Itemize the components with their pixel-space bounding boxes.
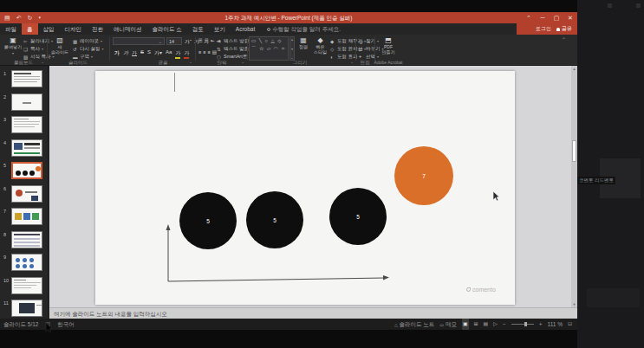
tab-Acrobat[interactable]: Acrobat [231, 23, 260, 35]
slide-thumbnail-3[interactable] [11, 116, 42, 133]
clipboard-dialog-launcher-icon[interactable]: ⌄ [41, 59, 44, 64]
notes-area[interactable]: 여기에 슬라이드 노트의 내용을 입력하십시오 [49, 307, 577, 319]
collapse-ribbon-icon[interactable]: ⌃ [562, 36, 566, 42]
tab-디자인[interactable]: 디자인 [60, 23, 88, 35]
comments-toggle-button[interactable]: ▭ 메모 [439, 319, 457, 331]
slides-layout[interactable]: ▦레이아웃▾ [73, 38, 104, 44]
align-text-icon: ⇅ [217, 47, 222, 52]
font-name-combo[interactable]: ⌄ [113, 37, 165, 45]
zoom-level[interactable]: 111 % [548, 319, 563, 330]
powerpoint-window: ▤ ↶ ↻ ▾ 1주차 과제 예시안변 - PowerPoint (제품 인증 … [0, 12, 577, 330]
share-button[interactable]: 공유 [556, 25, 572, 33]
zoom-out-icon[interactable]: − [503, 319, 506, 330]
slide-thumbnail-2[interactable] [11, 93, 42, 111]
shapes-gallery-scroll[interactable]: ▴▾⌄ [289, 36, 295, 61]
maximize-button[interactable]: ▢ [550, 12, 563, 23]
arrange-button[interactable]: ▦ 정렬 [296, 36, 311, 59]
reading-view-button[interactable]: ▤ [484, 319, 489, 330]
zoom-in-icon[interactable]: + [539, 319, 543, 330]
font-dialog-launcher-icon[interactable]: ⌄ [189, 59, 192, 64]
overlay-panel [587, 288, 640, 307]
circle-value: 5 [356, 214, 360, 220]
signin-button[interactable]: 로그인 [536, 25, 551, 33]
italic-icon[interactable]: 가 [123, 49, 128, 59]
numbering-icon[interactable]: ☰ [205, 38, 209, 43]
grow-font-icon[interactable]: 가ˆ [185, 38, 192, 46]
slide-canvas[interactable]: comento 5557 [95, 71, 515, 305]
slide-thumbnail-10[interactable] [11, 277, 42, 294]
window-title: 1주차 과제 예시안변 - PowerPoint (제품 인증 실패) [0, 12, 577, 23]
language-indicator[interactable]: 한국어 [57, 319, 75, 330]
shapes-gallery[interactable]: ▭ ╲ ○ △ ◇ ⌒ ☆ ▱ ◠ ✧ [249, 36, 289, 61]
group-label-drawing: 그리기 [293, 60, 308, 66]
new-slide-button[interactable]: ▧ 새 슬라이드 [49, 36, 70, 59]
thumbnail-number: 4 [3, 140, 6, 145]
drawing-dialog-launcher-icon[interactable]: ⌄ [350, 59, 354, 64]
slides-reset[interactable]: ↺다시 설정▾ [73, 46, 104, 52]
slide-thumbnail-11[interactable] [11, 300, 42, 317]
reset-icon: ↺ [73, 47, 78, 52]
zoom-slider[interactable] [511, 324, 534, 325]
tab-전환[interactable]: 전환 [87, 23, 108, 35]
circle-shape-3[interactable]: 5 [329, 188, 387, 245]
zoom-slider-thumb[interactable] [524, 322, 527, 326]
slide-sorter-view-button[interactable]: ⊞ [474, 319, 478, 330]
strikethrough-icon[interactable]: S [140, 49, 144, 59]
thumbnail-number: 6 [3, 186, 6, 191]
axis-shape[interactable] [95, 71, 515, 305]
font-size-combo[interactable]: 14 [166, 37, 182, 45]
slide-thumbnail-7[interactable] [11, 208, 42, 225]
font-color-icon[interactable]: 가 [184, 49, 189, 59]
create-pdf-button[interactable]: ⬒ PDF 만들기 [378, 36, 399, 59]
thumbnail-number: 10 [3, 278, 9, 283]
close-button[interactable]: ✕ [563, 12, 577, 23]
slideshow-button[interactable]: ▷ [493, 319, 498, 330]
slides-section[interactable]: ▬구역▾ [73, 54, 104, 60]
lightbulb-icon [267, 28, 270, 31]
ribbon-display-options-icon[interactable]: ⌃ [522, 12, 536, 23]
tab-파일[interactable]: 파일 [0, 23, 22, 35]
scrollbar-thumb[interactable] [572, 140, 576, 162]
shape-fill-icon: ◆ [330, 39, 335, 44]
slide-thumbnail-5[interactable] [11, 162, 42, 179]
new-slide-icon: ▧ [56, 36, 63, 44]
align-right-icon[interactable]: ≡ [207, 49, 210, 55]
slide-thumbnail-4[interactable] [11, 139, 42, 157]
tab-검토[interactable]: 검토 [187, 23, 209, 35]
overlay-control-icon [608, 3, 612, 8]
char-spacing-icon[interactable]: 가▾ [154, 49, 162, 59]
paste-button[interactable]: ▣ 붙여넣기 ▾ [3, 36, 23, 59]
circle-shape-1[interactable]: 5 [179, 192, 237, 249]
underline-icon[interactable]: 가 [132, 49, 137, 59]
bold-icon[interactable]: 가 [114, 49, 120, 59]
slide-thumbnail-9[interactable] [11, 254, 42, 271]
circle-shape-2[interactable]: 5 [246, 191, 303, 248]
align-left-icon[interactable]: ≡ [198, 49, 201, 55]
slide-thumbnail-8[interactable] [11, 231, 42, 248]
tab-보기[interactable]: 보기 [209, 23, 231, 35]
change-case-icon[interactable]: Aa [166, 49, 172, 59]
vertical-scrollbar[interactable]: ▲ ▼ [571, 66, 577, 307]
tellme-box[interactable]: 수행할 작업을 알려 주세요. [267, 23, 341, 35]
thumbnail-number: 1 [3, 71, 6, 76]
text-direction-icon: ⇥ [217, 39, 222, 44]
circle-shape-4[interactable]: 7 [394, 146, 453, 205]
tab-애니메이션[interactable]: 애니메이션 [108, 23, 147, 35]
slide-thumbnail-1[interactable] [11, 70, 42, 87]
fit-to-window-icon[interactable]: ⊡ [568, 319, 572, 330]
bullets-icon[interactable]: ☰ [198, 38, 203, 43]
align-center-icon[interactable]: ≡ [203, 49, 205, 55]
tab-삽입[interactable]: 삽입 [38, 23, 60, 35]
notes-toggle-button[interactable]: △ 슬라이드 노트 [394, 319, 434, 331]
minimize-button[interactable]: ─ [536, 12, 550, 23]
normal-view-button[interactable]: ▣ [462, 319, 469, 330]
text-shadow-icon[interactable]: S [147, 49, 151, 59]
tab-홈[interactable]: 홈 [22, 23, 38, 35]
highlight-color-icon[interactable]: 가 [175, 49, 180, 59]
paragraph-dialog-launcher-icon[interactable]: ⌄ [241, 59, 244, 64]
tab-슬라이드 쇼[interactable]: 슬라이드 쇼 [147, 23, 187, 35]
comento-watermark: comento [466, 287, 496, 293]
indent-decrease-icon[interactable]: ⇤ [211, 38, 215, 43]
slide-thumbnail-6[interactable] [11, 185, 42, 203]
quick-styles-button[interactable]: ◆ 빠른 스타일 [312, 36, 329, 59]
